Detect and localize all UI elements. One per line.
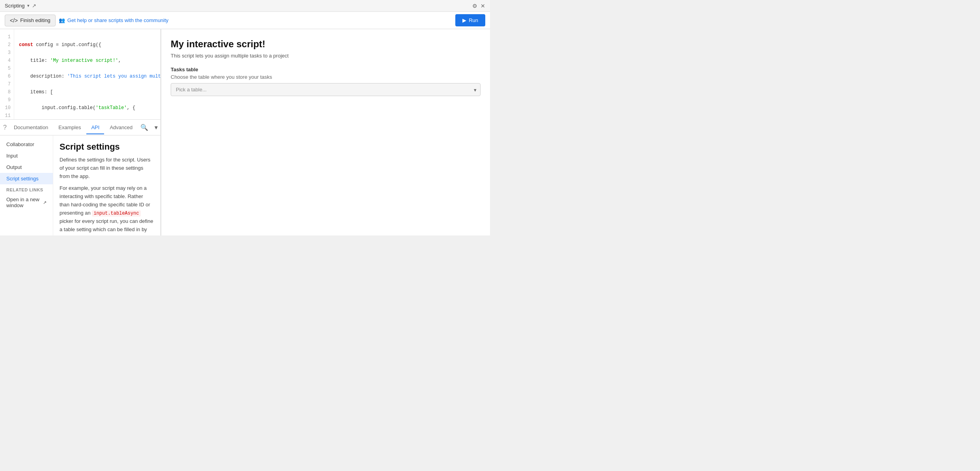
title-bar-left: Scripting ▾ ↗ — [5, 3, 36, 9]
code-editor[interactable]: 12345 678910 111213 const config = input… — [0, 29, 160, 119]
preview-field-label: Tasks table — [171, 67, 481, 72]
docs-para-2: For example, your script may rely on a i… — [60, 184, 154, 236]
sidebar-item-input[interactable]: Input — [0, 150, 53, 161]
docs-body: Defines the settings for the script. Use… — [60, 156, 154, 236]
open-new-window-label: Open in a new window — [6, 197, 41, 208]
preview-select-wrapper: Pick a table... — [171, 83, 481, 96]
dropdown-icon[interactable]: ▾ — [27, 3, 30, 8]
code-content[interactable]: const config = input.config({ title: 'My… — [14, 29, 160, 119]
close-icon[interactable]: ✕ — [481, 3, 485, 9]
related-links-label: RELATED LINKS — [0, 184, 53, 194]
code-icon: </> — [10, 17, 18, 24]
table-picker-select[interactable]: Pick a table... — [171, 83, 481, 96]
main-container: 12345 678910 111213 const config = input… — [0, 29, 490, 236]
title-bar-icons: ⚙ ✕ — [472, 3, 485, 9]
help-icon[interactable]: ? — [3, 124, 7, 131]
finish-editing-label: Finish editing — [20, 17, 50, 23]
search-icon[interactable]: 🔍 — [139, 122, 150, 133]
sidebar-item-script-settings[interactable]: Script settings — [0, 173, 53, 184]
external-icon: ↗ — [43, 200, 47, 205]
chevron-down-icon[interactable]: ▾ — [153, 122, 159, 133]
run-icon: ▶ — [462, 17, 466, 23]
code-area: 12345 678910 111213 const config = input… — [0, 29, 160, 119]
tab-api[interactable]: API — [86, 121, 104, 134]
toolbar: </> Finish editing 👥 Get help or share s… — [0, 12, 490, 29]
left-panel: 12345 678910 111213 const config = input… — [0, 29, 161, 236]
tab-documentation[interactable]: Documentation — [9, 121, 53, 134]
right-panel: My interactive script! This script lets … — [161, 29, 490, 236]
tab-examples[interactable]: Examples — [54, 121, 86, 134]
code-line-3: description: 'This script lets you assig… — [19, 72, 156, 80]
docs-main: Script settings Defines the settings for… — [53, 135, 160, 236]
community-label: Get help or share scripts with the commu… — [67, 17, 169, 23]
preview-field-description: Choose the table where you store your ta… — [171, 74, 481, 80]
docs-content: Collaborator Input Output Script setting… — [0, 135, 160, 236]
toolbar-left: </> Finish editing 👥 Get help or share s… — [5, 15, 168, 26]
community-icon: 👥 — [59, 17, 65, 23]
sidebar-open-new-window[interactable]: Open in a new window ↗ — [0, 194, 53, 211]
external-link-icon[interactable]: ↗ — [32, 3, 36, 9]
code-ref-tableAsync: input.tableAsync — [92, 210, 140, 217]
code-line-4: items: [ — [19, 88, 156, 96]
tab-icons: 🔍 ▾ — [139, 122, 159, 133]
finish-editing-button[interactable]: </> Finish editing — [5, 15, 56, 26]
community-link[interactable]: 👥 Get help or share scripts with the com… — [59, 17, 169, 23]
docs-para-1: Defines the settings for the script. Use… — [60, 156, 154, 180]
code-line-1: const config = input.config({ — [19, 41, 156, 49]
run-button[interactable]: ▶ Run — [455, 14, 485, 26]
run-label: Run — [469, 17, 478, 23]
sidebar-item-output[interactable]: Output — [0, 161, 53, 173]
code-line-2: title: 'My interactive script!', — [19, 57, 156, 65]
docs-sidebar: Collaborator Input Output Script setting… — [0, 135, 53, 236]
preview-description: This script lets you assign multiple tas… — [171, 53, 481, 59]
tab-advanced[interactable]: Advanced — [105, 121, 137, 134]
preview-title: My interactive script! — [171, 39, 481, 50]
sidebar-item-collaborator[interactable]: Collaborator — [0, 139, 53, 150]
docs-tabs: ? Documentation Examples API Advanced 🔍 … — [0, 120, 160, 135]
title-bar: Scripting ▾ ↗ ⚙ ✕ — [0, 0, 490, 12]
line-numbers: 12345 678910 111213 — [0, 29, 14, 119]
settings-icon[interactable]: ⚙ — [472, 3, 477, 9]
code-line-5: input.config.table('taskTable', { — [19, 104, 156, 112]
docs-panel: ? Documentation Examples API Advanced 🔍 … — [0, 119, 160, 236]
docs-title: Script settings — [60, 142, 154, 152]
scripting-title: Scripting — [5, 3, 25, 9]
